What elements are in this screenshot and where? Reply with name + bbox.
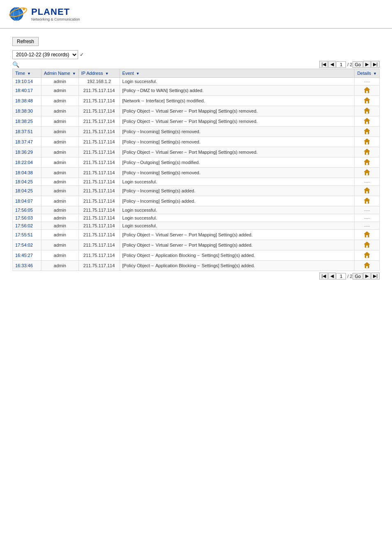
search-icon[interactable]: 🔍 bbox=[12, 61, 19, 68]
cell-admin: admin bbox=[42, 206, 79, 214]
cell-details[interactable] bbox=[355, 86, 380, 96]
cell-admin: admin bbox=[42, 196, 79, 206]
cell-admin: admin bbox=[42, 106, 79, 116]
detail-icon[interactable] bbox=[364, 97, 370, 104]
table-row: 17:56:03admin211.75.117.114Login success… bbox=[13, 214, 380, 222]
date-select-wrapper: 2010-12-22 (39 records)2010-12-212010-12… bbox=[12, 50, 84, 59]
cell-details[interactable] bbox=[355, 186, 380, 196]
cell-event: [Policy Object→ Application Blocking→ Se… bbox=[120, 250, 355, 261]
detail-icon[interactable] bbox=[364, 87, 370, 93]
col-header-time[interactable]: Time ▼ bbox=[13, 69, 42, 78]
bottom-go-button[interactable]: Go bbox=[353, 273, 363, 280]
cell-time: 16:33:46 bbox=[13, 261, 42, 271]
first-page-button[interactable]: |◀ bbox=[319, 61, 328, 68]
cell-details[interactable] bbox=[355, 157, 380, 168]
go-button[interactable]: Go bbox=[353, 61, 363, 68]
svg-rect-17 bbox=[366, 142, 368, 144]
search-pagination-row: 🔍 |◀ ◀ / 2 Go ▶ ▶| bbox=[12, 61, 380, 68]
bottom-page-input[interactable] bbox=[336, 273, 346, 280]
detail-icon[interactable] bbox=[364, 231, 370, 238]
cell-details[interactable] bbox=[355, 137, 380, 147]
col-header-ip[interactable]: IP Address ▼ bbox=[78, 69, 120, 78]
cell-ip: 211.75.117.114 bbox=[78, 206, 120, 214]
table-row: 17:56:02admin211.75.117.114Login success… bbox=[13, 222, 380, 230]
bottom-last-page-button[interactable]: ▶| bbox=[371, 273, 380, 280]
detail-icon[interactable] bbox=[364, 241, 370, 248]
detail-icon[interactable] bbox=[364, 252, 370, 258]
svg-rect-33 bbox=[366, 256, 368, 258]
cell-event: [Policy→Incoming] Setting(s) added. bbox=[120, 186, 355, 196]
detail-icon[interactable] bbox=[364, 148, 370, 155]
detail-icon[interactable] bbox=[364, 187, 370, 194]
detail-icon[interactable] bbox=[364, 262, 370, 268]
svg-rect-7 bbox=[366, 91, 368, 93]
detail-icon[interactable] bbox=[364, 107, 370, 114]
cell-time: 18:38:48 bbox=[13, 96, 42, 106]
cell-time: 18:40:17 bbox=[13, 86, 42, 96]
cell-admin: admin bbox=[42, 116, 79, 127]
bottom-first-page-button[interactable]: |◀ bbox=[319, 273, 328, 280]
cell-admin: admin bbox=[42, 127, 79, 137]
svg-rect-9 bbox=[366, 101, 368, 103]
detail-icon[interactable] bbox=[364, 197, 370, 204]
table-row: 19:10:14admin192.168.1.2Login successful… bbox=[13, 78, 380, 86]
cell-details[interactable] bbox=[355, 127, 380, 137]
cell-event: [Policy→Incoming] Setting(s) added. bbox=[120, 196, 355, 206]
detail-icon[interactable] bbox=[364, 159, 370, 165]
cell-details[interactable] bbox=[355, 106, 380, 116]
detail-icon[interactable] bbox=[364, 169, 370, 176]
cell-ip: 211.75.117.114 bbox=[78, 147, 120, 157]
cell-event: [Policy→Outgoing] Setting(s) modified. bbox=[120, 157, 355, 168]
prev-page-button[interactable]: ◀ bbox=[328, 61, 336, 68]
svg-rect-21 bbox=[366, 163, 368, 165]
table-row: 18:04:25admin211.75.117.114Login success… bbox=[13, 178, 380, 186]
next-page-button[interactable]: ▶ bbox=[363, 61, 371, 68]
page-input[interactable] bbox=[336, 61, 346, 68]
cell-details[interactable] bbox=[355, 116, 380, 127]
date-select[interactable]: 2010-12-22 (39 records)2010-12-212010-12… bbox=[12, 50, 78, 59]
cell-time: 18:37:51 bbox=[13, 127, 42, 137]
cell-time: 18:38:30 bbox=[13, 106, 42, 116]
cell-ip: 211.75.117.114 bbox=[78, 222, 120, 230]
main-content: Refresh 2010-12-22 (39 records)2010-12-2… bbox=[0, 29, 392, 296]
cell-details: ---- bbox=[355, 214, 380, 222]
cell-time: 17:55:51 bbox=[13, 230, 42, 240]
bottom-prev-page-button[interactable]: ◀ bbox=[328, 273, 336, 280]
table-row: 17:54:02admin211.75.117.114[Policy Objec… bbox=[13, 240, 380, 250]
detail-icon[interactable] bbox=[364, 118, 370, 124]
cell-admin: admin bbox=[42, 78, 79, 86]
cell-ip: 211.75.117.114 bbox=[78, 186, 120, 196]
table-row: 18:04:38admin211.75.117.114[Policy→Incom… bbox=[13, 168, 380, 178]
svg-rect-31 bbox=[366, 245, 368, 247]
col-header-event[interactable]: Event ▼ bbox=[120, 69, 355, 78]
svg-rect-27 bbox=[366, 201, 368, 204]
cell-details[interactable] bbox=[355, 196, 380, 206]
cell-details[interactable] bbox=[355, 240, 380, 250]
detail-icon[interactable] bbox=[364, 128, 370, 134]
cell-details[interactable] bbox=[355, 168, 380, 178]
col-header-details[interactable]: Details ▼ bbox=[355, 69, 380, 78]
logo-globe-icon bbox=[8, 4, 28, 24]
svg-rect-11 bbox=[366, 111, 368, 113]
cell-ip: 211.75.117.114 bbox=[78, 230, 120, 240]
table-row: 18:37:51admin211.75.117.114[Policy→Incom… bbox=[13, 127, 380, 137]
col-header-admin[interactable]: Admin Name ▼ bbox=[42, 69, 79, 78]
cell-admin: admin bbox=[42, 168, 79, 178]
cell-details[interactable] bbox=[355, 230, 380, 240]
cell-details[interactable] bbox=[355, 250, 380, 261]
bottom-next-page-button[interactable]: ▶ bbox=[363, 273, 371, 280]
table-row: 16:33:46admin211.75.117.114[Policy Objec… bbox=[13, 261, 380, 271]
refresh-button[interactable]: Refresh bbox=[12, 37, 39, 46]
table-row: 16:45:27admin211.75.117.114[Policy Objec… bbox=[13, 250, 380, 261]
cell-ip: 211.75.117.114 bbox=[78, 106, 120, 116]
table-row: 18:04:07admin211.75.117.114[Policy→Incom… bbox=[13, 196, 380, 206]
cell-details[interactable] bbox=[355, 96, 380, 106]
cell-ip: 211.75.117.114 bbox=[78, 261, 120, 271]
last-page-button[interactable]: ▶| bbox=[371, 61, 380, 68]
cell-admin: admin bbox=[42, 86, 79, 96]
detail-icon[interactable] bbox=[364, 138, 370, 145]
cell-ip: 211.75.117.114 bbox=[78, 168, 120, 178]
cell-details[interactable] bbox=[355, 147, 380, 157]
brand-name: PLANET bbox=[31, 7, 80, 17]
cell-details[interactable] bbox=[355, 261, 380, 271]
